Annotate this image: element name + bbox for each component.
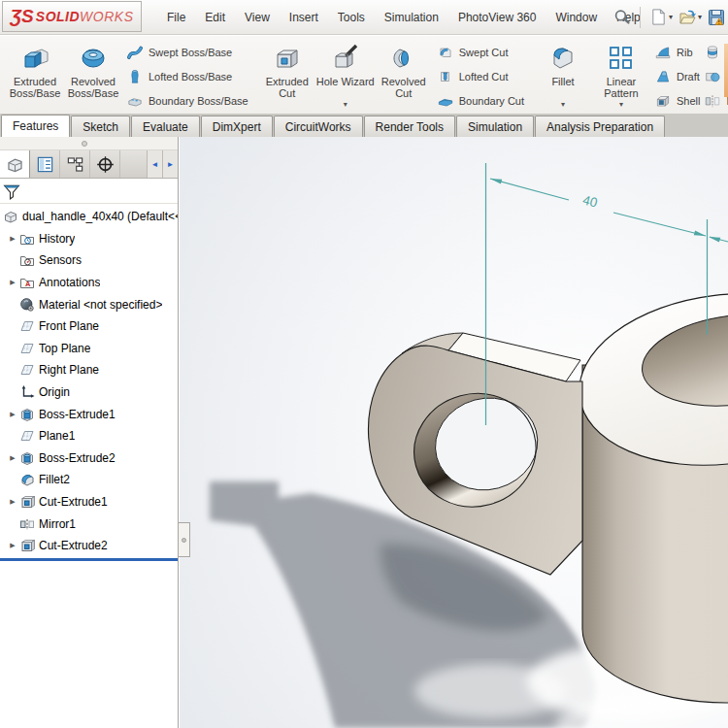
shell-icon xyxy=(654,92,672,110)
tree-item-mirror1[interactable]: Mirror1 xyxy=(0,513,178,535)
tree-item-right-plane[interactable]: Right Plane xyxy=(0,359,178,381)
chevron-down-icon[interactable]: ▾ xyxy=(561,101,565,109)
menu-insert[interactable]: Insert xyxy=(280,8,328,27)
menu-edit[interactable]: Edit xyxy=(195,8,235,27)
expand-arrow-icon[interactable]: ▶ xyxy=(6,542,19,549)
revolved-boss-base-button[interactable]: Revolved Boss/Base xyxy=(64,40,122,99)
fillet-button[interactable]: Fillet▾ xyxy=(534,40,592,109)
expand-arrow-icon[interactable]: ▶ xyxy=(6,498,19,506)
tree-item-boss-extrude2[interactable]: ▶Boss-Extrude2 xyxy=(0,447,178,470)
tab-simulation[interactable]: Simulation xyxy=(456,116,534,137)
logo-glyph: ƷS xyxy=(11,6,34,27)
tree-item-cut-extrude1[interactable]: ▶Cut-Extrude1 xyxy=(0,491,178,513)
tree-filter-row[interactable] xyxy=(0,179,178,204)
panel-splitter-handle[interactable] xyxy=(179,522,190,557)
boundary-boss-base-button[interactable]: Boundary Boss/Base xyxy=(126,88,248,113)
menu-window[interactable]: Window xyxy=(546,8,607,27)
tree-item-plane1[interactable]: Plane1 xyxy=(0,425,178,447)
swept-boss-icon xyxy=(126,44,144,61)
tree-item-cut-extrude2[interactable]: ▶Cut-Extrude2 xyxy=(0,535,178,557)
rib-icon xyxy=(654,44,672,61)
expand-arrow-icon[interactable]: ▶ xyxy=(6,279,19,286)
tree-item-sensors[interactable]: Sensors xyxy=(0,249,178,272)
featuremanager-tab[interactable] xyxy=(0,150,30,178)
tab-evaluate[interactable]: Evaluate xyxy=(131,116,200,137)
tree-item-material-not-specified[interactable]: Material <not specified> xyxy=(0,293,178,315)
lofted-boss-icon xyxy=(126,68,144,85)
expand-arrow-icon[interactable]: ▶ xyxy=(6,454,19,462)
lofted-cut-button[interactable]: Lofted Cut xyxy=(437,64,524,88)
menu-view[interactable]: View xyxy=(235,8,280,27)
tree-item-top-plane[interactable]: Top Plane xyxy=(0,338,178,360)
panel-top-splitter[interactable] xyxy=(0,137,178,150)
chevron-down-icon[interactable]: ▾ xyxy=(669,13,673,21)
tab-dimxpert[interactable]: DimXpert xyxy=(201,116,273,137)
splitter-grip-icon xyxy=(182,538,186,543)
menu-tools[interactable]: Tools xyxy=(328,8,375,27)
swept-cut-button[interactable]: Swept Cut xyxy=(437,40,524,64)
tab-features[interactable]: Features xyxy=(1,115,70,137)
chevron-down-icon[interactable]: ▾ xyxy=(344,101,347,109)
plane-icon xyxy=(19,428,35,444)
menu-photoview-360[interactable]: PhotoView 360 xyxy=(448,8,546,27)
extruded-boss-base-button[interactable]: Extruded Boss/Base xyxy=(6,40,64,99)
linear-pattern-button[interactable]: Linear Pattern▾ xyxy=(592,40,650,109)
search-icon[interactable] xyxy=(612,8,631,26)
dimxpertmanager-tab[interactable] xyxy=(90,150,120,178)
save-button[interactable] xyxy=(707,8,726,27)
menu-file[interactable]: File xyxy=(157,8,195,27)
tree-item-label: Boss-Extrude2 xyxy=(39,451,116,465)
boundary-cut-button[interactable]: Boundary Cut xyxy=(437,88,524,113)
extruded-cut-icon xyxy=(272,43,303,74)
configurationmanager-tab[interactable] xyxy=(60,150,90,178)
scroll-left-button[interactable]: ◄ xyxy=(147,150,162,178)
tab-analysis-preparation[interactable]: Analysis Preparation xyxy=(535,116,665,137)
tree-item-origin[interactable]: Origin xyxy=(0,381,178,404)
scroll-right-button[interactable]: ► xyxy=(162,150,178,178)
revolved-cut-button[interactable]: Revolved Cut xyxy=(375,40,433,99)
rib-button[interactable]: Rib xyxy=(654,40,700,64)
tree-item-annotations[interactable]: ▶Annotations xyxy=(0,272,178,294)
draft-button[interactable]: Draft xyxy=(654,64,700,88)
swept-boss-base-button[interactable]: Swept Boss/Base xyxy=(126,40,248,64)
tree-item-history[interactable]: ▶History xyxy=(0,228,178,250)
graphics-viewport[interactable]: 40 xyxy=(180,137,728,728)
tab-sketch[interactable]: Sketch xyxy=(71,116,130,137)
expand-arrow-icon[interactable]: ▶ xyxy=(6,411,19,418)
open-document-button[interactable]: ▾ xyxy=(678,8,702,27)
button-label: Boundary Boss/Base xyxy=(149,95,248,107)
menu-simulation[interactable]: Simulation xyxy=(375,8,448,27)
fillet-feature-icon xyxy=(19,472,35,487)
cut-extrude-icon xyxy=(19,538,35,553)
tree-item-dual-handle-40x40-default-d[interactable]: dual_handle_40x40 (Default<<D xyxy=(0,206,178,228)
hole-wizard-button[interactable]: Hole Wizard▾ xyxy=(316,40,375,109)
history-folder-icon xyxy=(19,231,35,247)
solidworks-logo: ƷS SOLID WORKS xyxy=(2,1,142,32)
button-label: Lofted Boss/Base xyxy=(149,71,232,83)
expand-arrow-icon[interactable]: ▶ xyxy=(6,235,19,243)
tab-render-tools[interactable]: Render Tools xyxy=(364,116,456,137)
tab-circuitworks[interactable]: CircuitWorks xyxy=(274,116,363,137)
button-label: Hole Wizard xyxy=(316,76,375,99)
property-manager-icon xyxy=(36,155,54,174)
tree-item-fillet2[interactable]: Fillet2 xyxy=(0,469,178,491)
new-document-button[interactable]: ▾ xyxy=(649,8,673,26)
tree-item-label: Origin xyxy=(39,385,70,399)
tree-item-boss-extrude1[interactable]: ▶Boss-Extrude1 xyxy=(0,403,178,425)
tree-item-label: Front Plane xyxy=(39,319,99,333)
tree-item-front-plane[interactable]: Front Plane xyxy=(0,315,178,338)
propertymanager-tab[interactable] xyxy=(30,150,60,178)
lofted-boss-base-button[interactable]: Lofted Boss/Base xyxy=(126,64,248,88)
button-label: Extruded Cut xyxy=(258,76,316,99)
plane-icon xyxy=(19,318,35,334)
chevron-down-icon[interactable]: ▾ xyxy=(698,13,702,21)
ribbon-small-column: RibDraftShell xyxy=(654,40,700,113)
annotations-folder-icon xyxy=(19,275,35,290)
tree-item-label: Fillet2 xyxy=(39,473,70,486)
rollback-bar[interactable] xyxy=(0,558,178,561)
chevron-down-icon[interactable]: ▾ xyxy=(619,101,623,109)
tree-item-label: History xyxy=(39,232,75,246)
dimxpert-manager-icon xyxy=(96,155,115,174)
extruded-cut-button[interactable]: Extruded Cut xyxy=(258,40,316,99)
shell-button[interactable]: Shell xyxy=(654,88,700,113)
